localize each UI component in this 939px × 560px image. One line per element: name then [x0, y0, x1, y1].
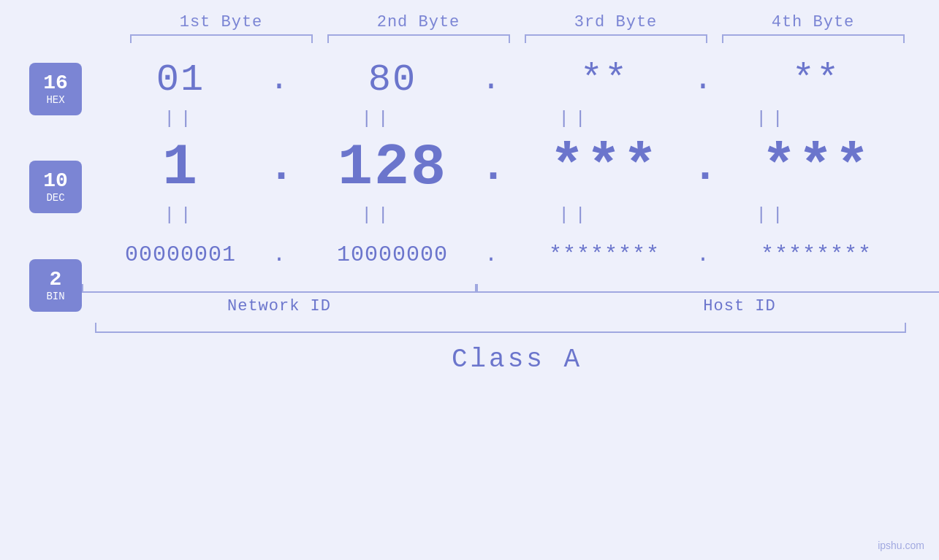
right-section: 01 . 80 . ** . ** || || || ||	[82, 43, 939, 315]
byte2-header: 2nd Byte	[320, 13, 517, 31]
dec-badge: 10 DEC	[29, 161, 82, 213]
main-container: 1st Byte 2nd Byte 3rd Byte 4th Byte 16 H…	[0, 0, 939, 560]
byte3-header: 3rd Byte	[517, 13, 715, 31]
eq2-b2: ||	[279, 207, 476, 224]
bin-b4: ********	[718, 242, 915, 267]
dec-b3: ***	[506, 134, 703, 201]
class-row: Class A	[0, 345, 939, 375]
bin-b1-value: 00000001	[125, 242, 236, 267]
bin-dot3: .	[692, 244, 714, 266]
hex-label: HEX	[46, 95, 64, 106]
eq1-b3: ||	[476, 110, 674, 128]
bin-badge: 2 BIN	[29, 259, 82, 312]
bin-dot2: .	[480, 244, 502, 266]
dec-dot2: .	[480, 145, 502, 189]
eq1-b2: ||	[279, 110, 476, 128]
hex-dot1: .	[268, 64, 290, 96]
dec-row: 1 . 128 . *** . ***	[82, 132, 939, 202]
bin-b1: 00000001	[82, 242, 279, 267]
network-id-bracket	[82, 284, 476, 293]
bracket1	[123, 34, 320, 43]
bracket4	[715, 34, 912, 43]
dec-number: 10	[43, 170, 68, 193]
bin-b3-value: ********	[549, 242, 660, 267]
bracket4-line	[722, 34, 905, 43]
label-column: 16 HEX 10 DEC 2 BIN	[0, 43, 82, 315]
eq2-b1: ||	[82, 207, 279, 224]
top-brackets	[0, 34, 939, 43]
dec-b4-value: ***	[761, 134, 871, 201]
hex-b1: 01	[82, 58, 279, 101]
dec-b2-value: 128	[338, 134, 447, 201]
hex-row: 01 . 80 . ** . **	[82, 53, 939, 106]
bracket3-line	[525, 34, 707, 43]
byte-headers: 1st Byte 2nd Byte 3rd Byte 4th Byte	[0, 0, 939, 31]
eq2-b4: ||	[674, 207, 871, 224]
bracket2	[320, 34, 517, 43]
hex-badge: 16 HEX	[29, 63, 82, 115]
bin-label: BIN	[46, 291, 64, 302]
hex-b1-value: 01	[156, 58, 205, 101]
host-id-bracket	[476, 284, 939, 293]
network-id-label: Network ID	[82, 297, 476, 315]
bin-number: 2	[50, 269, 62, 291]
dec-b3-value: ***	[550, 134, 659, 201]
bin-b2: 10000000	[294, 242, 491, 267]
dec-b1: 1	[82, 134, 279, 201]
dec-label: DEC	[46, 193, 64, 204]
bin-b2-value: 10000000	[337, 242, 448, 267]
watermark: ipshu.com	[878, 540, 924, 551]
hex-b2: 80	[294, 58, 491, 101]
hex-b2-value: 80	[368, 58, 417, 101]
bin-dot1: .	[268, 244, 290, 266]
bracket3	[517, 34, 715, 43]
hex-b3: **	[506, 58, 703, 101]
hex-dot3: .	[692, 64, 714, 96]
dec-dot3: .	[692, 145, 714, 189]
class-label: Class A	[452, 345, 582, 375]
dec-b2: 128	[294, 134, 491, 201]
equals-row-2: || || || ||	[82, 202, 939, 229]
dec-dot1: .	[268, 145, 290, 189]
bin-row: 00000001 . 10000000 . ******** . *******…	[82, 229, 939, 281]
byte1-header: 1st Byte	[123, 13, 320, 31]
hex-b4: **	[718, 58, 915, 101]
hex-dot2: .	[480, 64, 502, 96]
eq1-b1: ||	[82, 110, 279, 128]
hex-b4-value: **	[792, 58, 840, 101]
hex-b3-value: **	[580, 58, 628, 101]
bracket2-line	[327, 34, 510, 43]
dec-b1-value: 1	[162, 134, 199, 201]
equals-row-1: || || || ||	[82, 106, 939, 132]
eq2-b3: ||	[476, 207, 674, 224]
byte4-header: 4th Byte	[715, 13, 912, 31]
host-id-label: Host ID	[476, 297, 939, 315]
bin-b4-value: ********	[761, 242, 872, 267]
hex-number: 16	[43, 72, 68, 95]
bin-b3: ********	[506, 242, 703, 267]
eq1-b4: ||	[674, 110, 871, 128]
labels-and-rows: 16 HEX 10 DEC 2 BIN	[0, 43, 939, 315]
dec-b4: ***	[718, 134, 915, 201]
bracket1-line	[130, 34, 313, 43]
